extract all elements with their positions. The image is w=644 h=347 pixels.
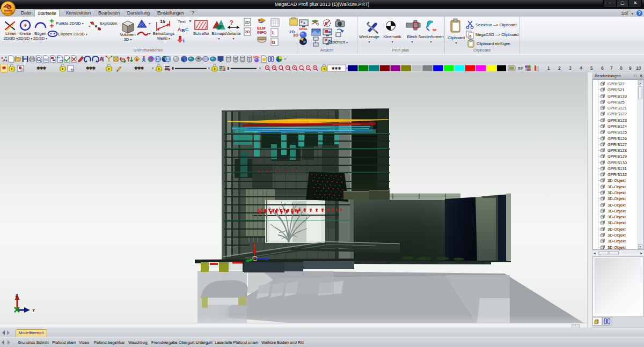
svg-text:L: L <box>272 30 275 35</box>
svg-text:MegaCAD: MegaCAD <box>4 12 14 14</box>
svg-text:1: 1 <box>547 65 550 71</box>
svg-text:3D: 3D <box>293 33 298 38</box>
svg-text:6: 6 <box>601 65 604 71</box>
svg-text:OPGL: OPGL <box>299 27 308 31</box>
svg-text:5: 5 <box>590 65 593 71</box>
svg-text:=: = <box>284 57 287 62</box>
svg-text:G: G <box>272 40 275 45</box>
svg-text:B: B <box>181 28 185 33</box>
svg-text:Z: Z <box>16 293 18 298</box>
svg-text:2D: 2D <box>245 20 250 24</box>
svg-text:8: 8 <box>620 65 623 71</box>
svg-text:C: C <box>185 27 189 32</box>
svg-text:▾: ▾ <box>208 67 210 70</box>
svg-text:✱✱✱: ✱✱✱ <box>86 66 96 71</box>
svg-text:✱✱✱: ✱✱✱ <box>332 67 341 70</box>
svg-text:9: 9 <box>629 65 632 71</box>
svg-text:2: 2 <box>558 65 561 71</box>
svg-text:SF: SF <box>433 28 437 32</box>
svg-text:i: i <box>183 38 185 43</box>
svg-text:7: 7 <box>610 65 613 71</box>
svg-text:▾: ▾ <box>346 67 348 70</box>
svg-text:4: 4 <box>580 65 582 71</box>
svg-text:Y: Y <box>32 308 35 313</box>
svg-text:?: ? <box>230 19 233 26</box>
svg-text:3: 3 <box>569 65 572 71</box>
svg-text:✱✱✱: ✱✱✱ <box>134 66 144 71</box>
svg-text:INFO: INFO <box>257 30 267 35</box>
svg-text:15: 15 <box>160 19 165 24</box>
svg-text:2D: 2D <box>245 30 250 34</box>
svg-text:▾: ▾ <box>259 67 261 70</box>
svg-text:A: A <box>178 27 181 32</box>
svg-text:##: ## <box>518 66 523 71</box>
svg-text:✱✱✱: ✱✱✱ <box>36 66 46 71</box>
svg-text:▾: ▾ <box>152 67 153 70</box>
svg-text:6: 6 <box>470 34 472 38</box>
svg-text:Text: Text <box>178 19 186 24</box>
svg-text:10: 10 <box>636 65 641 71</box>
